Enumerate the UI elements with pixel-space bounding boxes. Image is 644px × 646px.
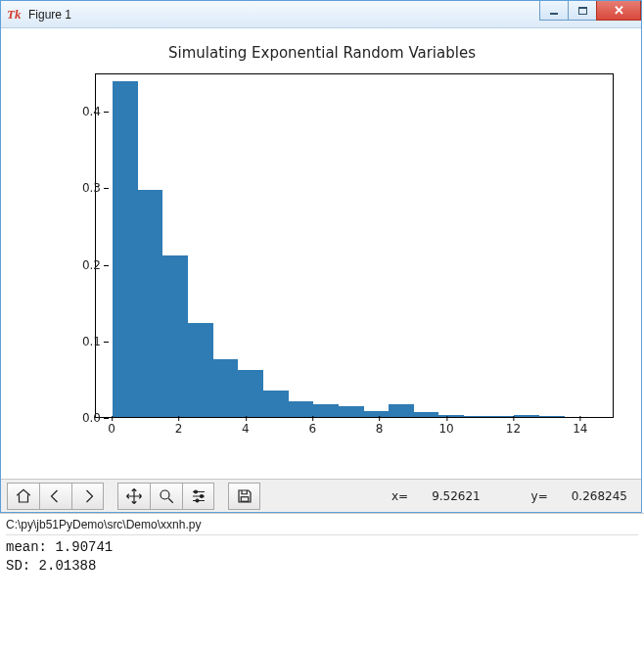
- matplotlib-toolbar: x=9.52621 y=0.268245: [1, 479, 641, 512]
- arrow-left-icon: [47, 487, 65, 505]
- chart-title: Simulating Exponential Random Variables: [19, 44, 625, 62]
- y-tick-label: 0.2: [62, 258, 101, 272]
- coord-x: x=9.52621: [368, 489, 481, 503]
- axes-outer: 0.00.10.20.30.4 02468101214: [19, 68, 625, 459]
- titlebar[interactable]: Tk Figure 1 ✕: [1, 1, 641, 28]
- y-tick-label: 0.0: [62, 411, 101, 425]
- tk-app-icon: Tk: [7, 7, 23, 23]
- svg-rect-4: [241, 496, 249, 501]
- bar: [514, 415, 539, 417]
- x-tick-label: 12: [506, 422, 521, 436]
- bar: [464, 416, 489, 417]
- home-icon: [15, 487, 32, 505]
- output-mean: mean: 1.90741: [6, 538, 638, 557]
- move-icon: [125, 487, 143, 505]
- close-button[interactable]: ✕: [596, 1, 641, 21]
- bar: [364, 411, 390, 417]
- bar: [238, 370, 263, 417]
- svg-point-3: [196, 499, 199, 502]
- bar: [539, 416, 565, 417]
- window-title: Figure 1: [28, 8, 71, 22]
- output-sd: SD: 2.01388: [6, 557, 638, 576]
- console-output: C:\py\jb51PyDemo\src\Demo\xxnh.py mean: …: [0, 513, 644, 595]
- bar: [489, 416, 515, 417]
- x-tick-label: 14: [573, 422, 587, 436]
- bar: [138, 190, 163, 417]
- x-tick-label: 0: [108, 422, 115, 436]
- figure-canvas: Simulating Exponential Random Variables …: [1, 28, 641, 479]
- svg-point-0: [161, 490, 169, 499]
- x-tick-label: 8: [376, 422, 384, 436]
- bar: [414, 412, 439, 417]
- bar: [389, 404, 414, 417]
- figure-window: Tk Figure 1 ✕ Simulating Exponential Ran…: [0, 0, 642, 513]
- forward-button[interactable]: [71, 483, 104, 510]
- sliders-icon: [190, 487, 207, 505]
- save-icon: [236, 487, 253, 505]
- y-tick-label: 0.4: [62, 105, 101, 118]
- plot: Simulating Exponential Random Variables …: [19, 44, 625, 473]
- x-tick-label: 4: [242, 422, 250, 436]
- bar-series: [96, 74, 613, 417]
- bar: [339, 406, 364, 417]
- bar: [188, 323, 213, 417]
- x-tick-label: 6: [308, 422, 316, 436]
- back-button[interactable]: [39, 483, 71, 510]
- zoom-button[interactable]: [150, 483, 182, 510]
- x-tick-label: 10: [438, 422, 453, 436]
- bar: [213, 359, 239, 417]
- bar: [162, 255, 188, 417]
- y-tick-label: 0.3: [62, 181, 101, 195]
- bar: [289, 401, 314, 417]
- save-button[interactable]: [228, 483, 260, 510]
- bar: [438, 415, 464, 417]
- bar: [263, 391, 289, 417]
- coord-y: y=0.268245: [508, 489, 627, 503]
- x-tick-label: 2: [175, 422, 183, 436]
- bar: [113, 81, 138, 417]
- svg-point-2: [200, 494, 203, 497]
- window-controls: ✕: [540, 1, 641, 21]
- minimize-button[interactable]: [539, 1, 569, 21]
- script-path: C:\py\jb51PyDemo\src\Demo\xxnh.py: [6, 518, 638, 535]
- maximize-button[interactable]: [568, 1, 597, 21]
- home-button[interactable]: [7, 483, 39, 510]
- pan-button[interactable]: [117, 483, 150, 510]
- bar: [313, 404, 339, 417]
- configure-subplots-button[interactable]: [182, 483, 214, 510]
- cursor-coordinates: x=9.52621 y=0.268245: [345, 489, 627, 503]
- svg-point-1: [194, 490, 197, 493]
- y-tick-label: 0.1: [62, 335, 101, 348]
- arrow-right-icon: [79, 487, 97, 505]
- zoom-icon: [158, 487, 175, 505]
- axes[interactable]: [95, 73, 614, 418]
